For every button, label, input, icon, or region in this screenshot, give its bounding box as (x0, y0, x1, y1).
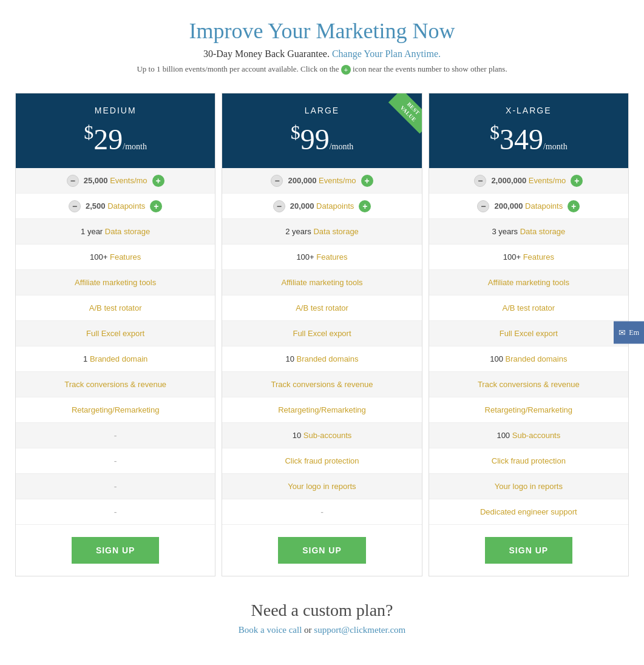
features-link[interactable]: Features (316, 252, 347, 262)
page-title: Improve Your Marketing Now (12, 18, 632, 44)
plan-row-large-5: A/B test rotator (222, 295, 421, 321)
plan-row-large-12: Your logo in reports (222, 474, 421, 499)
plan-row-xlarge-13: Dedicated engineer support (429, 499, 628, 525)
features-link[interactable]: Features (110, 252, 141, 262)
signup-row-large: SIGN UP (222, 525, 421, 576)
plan-row-medium-9: Retargeting/Remarketing (16, 397, 215, 423)
stepper-minus-medium-0[interactable]: − (67, 175, 79, 187)
dash-indicator: - (114, 507, 117, 517)
plan-header-xlarge: X-LARGE$349/month (429, 93, 628, 168)
plan-large: LARGE$99/month − 200,000 Events/mo + − 2… (222, 93, 422, 576)
custom-plan-text: Book a voice call or support@clickmeter.… (12, 625, 632, 635)
signup-button-medium[interactable]: SIGN UP (72, 537, 160, 564)
change-plan-link[interactable]: Change Your Plan Anytime. (332, 49, 441, 59)
subtitle: 30-Day Money Back Guarantee. Change Your… (12, 49, 632, 59)
data-storage-link[interactable]: Data storage (105, 227, 150, 236)
plan-row-large-11: Click fraud protection (222, 448, 421, 474)
plan-row-large-0: − 200,000 Events/mo + (222, 168, 421, 194)
logo-reports-link[interactable]: Your logo in reports (288, 482, 356, 491)
data-storage-link[interactable]: Data storage (520, 227, 565, 236)
row-label-link[interactable]: Datapoints (525, 201, 563, 211)
plan-row-large-3: 100+ Features (222, 245, 421, 270)
features-link[interactable]: Features (523, 252, 554, 262)
ab-test-link[interactable]: A/B test rotator (296, 303, 348, 312)
retargeting-link[interactable]: Retargeting/Remarketing (485, 405, 573, 414)
branded-domains-link[interactable]: Branded domains (506, 354, 568, 363)
email-widget[interactable]: ✉ Em (614, 322, 644, 344)
book-call-link[interactable]: Book a voice call (239, 625, 302, 635)
logo-reports-link[interactable]: Your logo in reports (495, 482, 563, 491)
sub-accounts-link[interactable]: Sub-accounts (512, 431, 561, 440)
affiliate-tools-link[interactable]: Affiliate marketing tools (281, 278, 362, 287)
page-header: Improve Your Marketing Now 30-Day Money … (12, 18, 632, 75)
click-fraud-link[interactable]: Click fraud protection (285, 456, 359, 465)
dash-indicator: - (114, 456, 117, 466)
plan-row-medium-8: Track conversions & revenue (16, 372, 215, 397)
plan-header-large: LARGE$99/month (222, 93, 421, 168)
affiliate-tools-link[interactable]: Affiliate marketing tools (75, 278, 156, 287)
stepper-row: − 25,000 Events/mo + (67, 175, 164, 187)
plan-row-large-7: 10 Branded domains (222, 346, 421, 372)
track-conversions-link[interactable]: Track conversions & revenue (271, 380, 373, 389)
plan-name-xlarge: X-LARGE (435, 106, 622, 115)
plan-xlarge: X-LARGE$349/month − 2,000,000 Events/mo … (429, 93, 629, 576)
plan-row-medium-1: − 2,500 Datapoints + (16, 194, 215, 219)
plan-name-medium: MEDIUM (22, 106, 209, 115)
plan-row-medium-13: - (16, 499, 215, 525)
dash-indicator: - (320, 507, 324, 517)
stepper-plus-xlarge-0[interactable]: + (571, 175, 583, 187)
ab-test-link[interactable]: A/B test rotator (89, 303, 142, 312)
excel-export-link[interactable]: Full Excel export (500, 329, 558, 338)
plan-price-medium: $29/month (22, 121, 209, 156)
plan-row-medium-7: 1 Branded domain (16, 346, 215, 372)
stepper-plus-large-0[interactable]: + (361, 175, 373, 187)
affiliate-tools-link[interactable]: Affiliate marketing tools (488, 278, 569, 287)
plan-row-xlarge-3: 100+ Features (429, 245, 628, 270)
support-email-link[interactable]: support@clickmeter.com (314, 625, 405, 635)
stepper-minus-large-1[interactable]: − (273, 200, 285, 212)
branded-domains-link[interactable]: Branded domain (90, 354, 147, 363)
retargeting-link[interactable]: Retargeting/Remarketing (72, 405, 160, 414)
plan-row-xlarge-12: Your logo in reports (429, 474, 628, 499)
row-label-link[interactable]: Events/mo (529, 176, 566, 185)
row-label-link[interactable]: Events/mo (319, 176, 356, 185)
plan-row-medium-6: Full Excel export (16, 321, 215, 346)
track-conversions-link[interactable]: Track conversions & revenue (64, 380, 166, 389)
stepper-minus-xlarge-1[interactable]: − (477, 200, 489, 212)
track-conversions-link[interactable]: Track conversions & revenue (478, 380, 580, 389)
plan-row-large-13: - (222, 499, 421, 525)
email-icon: ✉ (619, 328, 626, 338)
branded-domains-link[interactable]: Branded domains (297, 354, 359, 363)
excel-export-link[interactable]: Full Excel export (293, 329, 351, 338)
ab-test-link[interactable]: A/B test rotator (502, 303, 555, 312)
stepper-minus-large-0[interactable]: − (271, 175, 283, 187)
click-fraud-link[interactable]: Click fraud protection (492, 456, 566, 465)
stepper-plus-medium-0[interactable]: + (152, 175, 164, 187)
row-value: 20,000 Datapoints (290, 201, 354, 211)
excel-export-link[interactable]: Full Excel export (86, 329, 144, 338)
stepper-plus-medium-1[interactable]: + (150, 200, 162, 212)
data-storage-link[interactable]: Data storage (313, 227, 358, 236)
row-label-link[interactable]: Events/mo (110, 176, 147, 185)
row-value: 25,000 Events/mo (84, 176, 147, 185)
stepper-minus-medium-1[interactable]: − (69, 200, 81, 212)
plan-row-xlarge-8: Track conversions & revenue (429, 372, 628, 397)
stepper-plus-large-1[interactable]: + (359, 200, 371, 212)
signup-button-xlarge[interactable]: SIGN UP (485, 537, 573, 564)
plus-icon: + (341, 65, 351, 75)
plan-row-large-1: − 20,000 Datapoints + (222, 194, 421, 219)
stepper-minus-xlarge-0[interactable]: − (474, 175, 486, 187)
stepper-row: − 200,000 Datapoints + (477, 200, 580, 212)
stepper-plus-xlarge-1[interactable]: + (568, 200, 580, 212)
row-label-link[interactable]: Datapoints (107, 201, 145, 211)
plan-row-xlarge-2: 3 years Data storage (429, 219, 628, 245)
sub-accounts-link[interactable]: Sub-accounts (303, 431, 352, 440)
custom-plan-section: Need a custom plan? Book a voice call or… (12, 601, 632, 635)
plan-row-xlarge-7: 100 Branded domains (429, 346, 628, 372)
plan-row-xlarge-11: Click fraud protection (429, 448, 628, 474)
signup-button-large[interactable]: SIGN UP (278, 537, 366, 564)
row-label-link[interactable]: Datapoints (316, 201, 354, 211)
stepper-row: − 200,000 Events/mo + (271, 175, 373, 187)
retargeting-link[interactable]: Retargeting/Remarketing (278, 405, 366, 414)
dedicated-engineer-link[interactable]: Dedicated engineer support (480, 507, 577, 516)
